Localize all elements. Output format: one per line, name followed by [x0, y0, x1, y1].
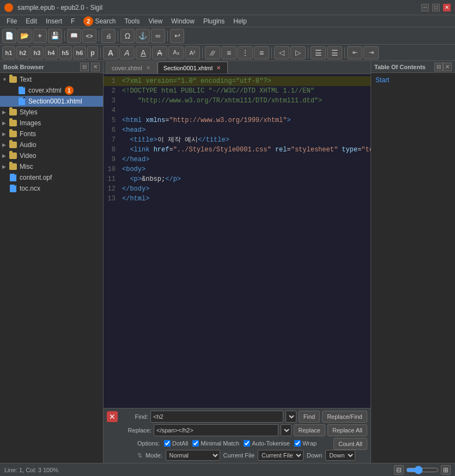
- toc-content: Start: [371, 73, 455, 463]
- minimize-button[interactable]: ─: [421, 4, 429, 11]
- tree-audio-folder[interactable]: ▶ Audio: [0, 139, 103, 150]
- close-button[interactable]: ✕: [443, 4, 451, 11]
- toc-undock[interactable]: ⊟: [434, 63, 443, 71]
- outdent-button[interactable]: ⇤: [347, 46, 362, 59]
- book-browser-close[interactable]: ✕: [91, 63, 100, 71]
- align-right-button[interactable]: ⋮: [238, 46, 253, 59]
- toc-close[interactable]: ✕: [443, 63, 452, 71]
- link-button[interactable]: ∞: [151, 29, 165, 43]
- tree-misc-folder[interactable]: ▶ Misc: [0, 161, 103, 172]
- h3-button[interactable]: h3: [31, 46, 44, 59]
- indent-decrease-button[interactable]: ◁: [274, 46, 289, 59]
- menu-edit[interactable]: Edit: [21, 16, 41, 26]
- find-input[interactable]: [150, 411, 283, 423]
- para-button[interactable]: p: [87, 46, 98, 59]
- dotall-option[interactable]: DotAll: [164, 440, 188, 447]
- tab-cover-close[interactable]: ✕: [145, 65, 151, 71]
- indent-increase-button[interactable]: ▷: [290, 46, 306, 59]
- code-view-button[interactable]: <>: [82, 29, 96, 43]
- tree-video-folder[interactable]: ▶ Video: [0, 150, 103, 161]
- underline-button[interactable]: A: [136, 46, 151, 59]
- strikethrough-button[interactable]: A: [152, 46, 167, 59]
- special-char-button[interactable]: Ω: [120, 29, 135, 43]
- tab-cover[interactable]: cover.xhtml ✕: [106, 62, 157, 74]
- find-replace-close-button[interactable]: ✕: [107, 411, 118, 422]
- align-justify-button[interactable]: ≡: [254, 46, 269, 59]
- count-all-button[interactable]: Count All: [333, 438, 367, 450]
- code-line: 4: [104, 106, 371, 115]
- folder-icon: [9, 151, 17, 160]
- tab-section[interactable]: Section0001.xhtml ✕: [157, 62, 228, 74]
- zoom-slider[interactable]: [406, 466, 439, 474]
- menu-tools[interactable]: Tools: [120, 16, 144, 26]
- h6-button[interactable]: h6: [73, 46, 86, 59]
- save-button[interactable]: 💾: [48, 29, 62, 43]
- replace-input[interactable]: [154, 424, 278, 436]
- folder-icon: [9, 141, 17, 149]
- italic-button[interactable]: A: [119, 46, 135, 59]
- tree-fonts-folder[interactable]: ▶ Fonts: [0, 129, 103, 139]
- tree-cover-file[interactable]: cover.xhtml 1: [0, 85, 103, 96]
- toc-item-start[interactable]: Start: [375, 75, 451, 85]
- new-button[interactable]: 📄: [2, 29, 16, 43]
- menu-window[interactable]: Window: [167, 16, 199, 26]
- tree-text-folder[interactable]: ▼ Text: [0, 74, 103, 85]
- replace-button[interactable]: Replace: [294, 424, 325, 436]
- folder-icon: [9, 75, 17, 84]
- menu-file[interactable]: File: [2, 16, 21, 26]
- menu-view[interactable]: View: [144, 16, 167, 26]
- replace-dropdown[interactable]: [281, 424, 292, 436]
- scope-select[interactable]: Current File All Files: [258, 450, 304, 461]
- align-center-button[interactable]: ≡: [221, 46, 236, 59]
- menu-help[interactable]: Help: [229, 16, 251, 26]
- superscript-button[interactable]: A²: [185, 46, 200, 59]
- dotall-label: DotAll: [172, 440, 188, 447]
- replace-find-button[interactable]: Replace/Find: [322, 411, 367, 423]
- zoom-in-button[interactable]: ⊞: [441, 465, 451, 475]
- menu-search[interactable]: 2Search: [79, 15, 120, 27]
- print-button[interactable]: 🖨: [101, 29, 116, 43]
- subscript-button[interactable]: A₂: [168, 46, 184, 59]
- minimal-match-option[interactable]: Minimal Match: [192, 440, 239, 447]
- bold-button[interactable]: A: [103, 46, 118, 59]
- menu-format[interactable]: F: [66, 16, 79, 26]
- anchor-button[interactable]: ⚓: [136, 29, 150, 43]
- direction-select[interactable]: Down Up: [325, 450, 355, 461]
- h1-button[interactable]: h1: [2, 46, 15, 59]
- heading-toolbar: h1 h2 h3 h4 h5 h6 p A A A A A₂ A² ⫻ ≡ ⋮ …: [0, 45, 455, 61]
- h4-button[interactable]: h4: [45, 46, 58, 59]
- zoom-out-button[interactable]: ⊟: [394, 465, 404, 475]
- tree-section-label: Section0001.xhtml: [28, 97, 82, 105]
- find-button[interactable]: Find: [299, 411, 320, 423]
- tree-styles-folder[interactable]: ▶ Styles: [0, 107, 103, 118]
- wrap-option[interactable]: Wrap: [294, 440, 317, 447]
- book-view-button[interactable]: 📖: [67, 29, 81, 43]
- h2-button[interactable]: h2: [16, 46, 29, 59]
- find-dropdown[interactable]: [286, 411, 296, 423]
- tree-images-folder[interactable]: ▶ Images: [0, 118, 103, 129]
- direction-label: Down: [307, 452, 322, 459]
- auto-tokenise-option[interactable]: Auto-Tokenise: [244, 440, 290, 447]
- add-button[interactable]: +: [33, 29, 47, 43]
- tree-video-label: Video: [20, 152, 36, 160]
- up-down-icon: ⇅: [137, 452, 142, 459]
- menu-insert[interactable]: Insert: [41, 16, 66, 26]
- ordered-list-button[interactable]: ☰: [327, 46, 342, 59]
- tab-button[interactable]: ⇥: [363, 46, 379, 59]
- maximize-button[interactable]: □: [432, 4, 440, 11]
- book-browser-undock[interactable]: ⊟: [80, 63, 89, 71]
- undo-button[interactable]: ↩: [170, 29, 184, 43]
- mode-select[interactable]: Normal Case Sensitive Regex: [166, 450, 220, 461]
- tree-toc-file[interactable]: toc.ncx: [0, 183, 103, 194]
- tree-section-file[interactable]: Section0001.xhtml: [0, 96, 103, 107]
- unordered-list-button[interactable]: ☰: [311, 46, 326, 59]
- align-left-button[interactable]: ⫻: [205, 46, 220, 59]
- open-button[interactable]: 📂: [17, 29, 32, 43]
- menu-plugins[interactable]: Plugins: [199, 16, 229, 26]
- tab-section-close[interactable]: ✕: [215, 65, 222, 71]
- h5-button[interactable]: h5: [59, 46, 72, 59]
- tree-audio-label: Audio: [20, 141, 37, 149]
- replace-all-button[interactable]: Replace All: [327, 424, 367, 436]
- code-editor[interactable]: 1 <?xml version="1.0" encoding="utf-8"?>…: [104, 74, 371, 408]
- tree-content-file[interactable]: content.opf: [0, 172, 103, 183]
